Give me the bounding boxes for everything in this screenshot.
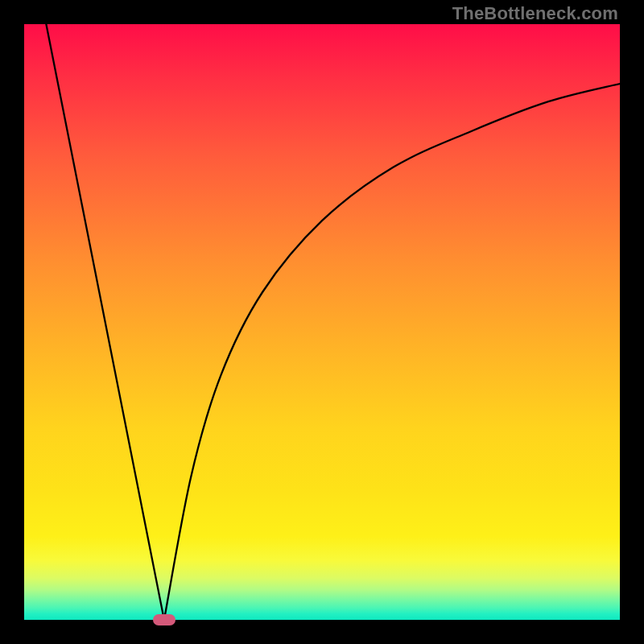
watermark-label: TheBottleneck.com [452, 3, 618, 24]
curve-left-slope [46, 24, 164, 620]
chart-curves [24, 24, 620, 620]
chart-frame: TheBottleneck.com [0, 0, 644, 644]
curve-right [164, 84, 620, 620]
valley-marker [153, 614, 175, 625]
